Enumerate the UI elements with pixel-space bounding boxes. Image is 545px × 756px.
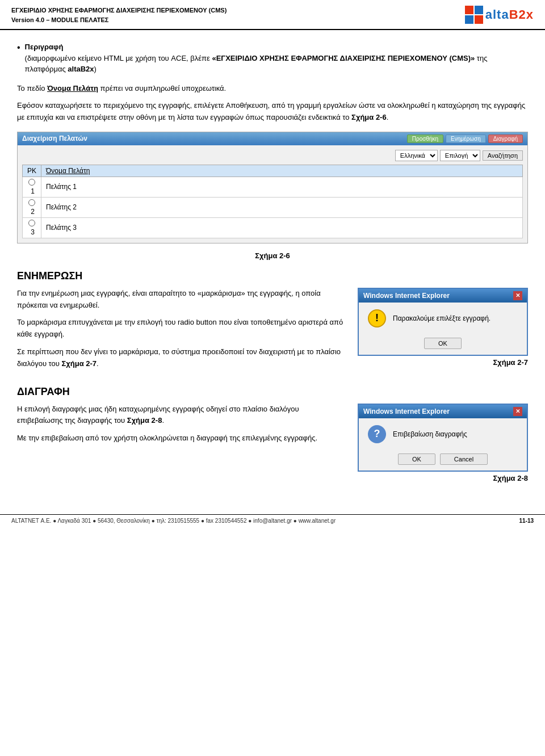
logo-box: altaB2x (465, 6, 534, 24)
para1-bold: Όνομα Πελάτη (47, 84, 98, 93)
radio-button[interactable] (28, 179, 35, 186)
footer-left: ALTATNET Α.Ε. ● Λαγκαδά 301 ● 56430, Θεσ… (11, 518, 336, 524)
cell-radio[interactable]: 3 (23, 217, 41, 238)
para1-end: πρέπει να συμπληρωθεί υποχρεωτικά. (98, 84, 226, 93)
diagrafi-para1: Η επιλογή διαγραφής μιας ήδη καταχωρημέν… (17, 404, 346, 427)
main-content: • Περιγραφή (διαμορφωμένο κείμενο HTML μ… (0, 30, 545, 503)
enimerwsi-para2: Το μαρκάρισμα επιτυγχάνεται με την επιλο… (17, 317, 346, 341)
section-diagrafi: ΔΙΑΓΡΑΦΗ (17, 386, 528, 398)
diagrafi-dialog-area: Windows Internet Explorer ✕ ? Επιβεβαίωσ… (358, 404, 528, 482)
warning-icon: ! (368, 309, 386, 327)
dialog-confirm-titlebar: Windows Internet Explorer ✕ (359, 405, 527, 418)
table-body: 1 Πελάτης 1 2 Πελάτης 2 3 Πελάτης 3 (23, 177, 523, 238)
table-header-row: ΡΚ Όνομα Πελάτη (23, 165, 523, 177)
enimerwsi-para3: Σε περίπτωση που δεν γίνει το μαρκάρισμα… (17, 346, 346, 370)
dialog-warn-footer: OK (359, 334, 527, 355)
logo-squares (465, 6, 483, 24)
table-row: 2 Πελάτης 2 (23, 197, 523, 217)
col-header-name: Όνομα Πελάτη (41, 165, 523, 177)
table-row: 1 Πελάτης 1 (23, 177, 523, 197)
diagrafi-para2: Με την επιβεβαίωση από τον χρήστη ολοκλη… (17, 432, 346, 444)
radio-button[interactable] (28, 220, 35, 226)
logo-sq3 (465, 15, 473, 24)
dialog-confirm-footer: OK Cancel (359, 450, 527, 471)
screenshot-title: Διαχείριση Πελατών (22, 135, 87, 142)
bullet-label: Περιγραφή (25, 43, 64, 51)
bullet-dot: • (17, 41, 20, 54)
dialog-warn-close[interactable]: ✕ (513, 291, 522, 300)
section-enimerwsi: ΕΝΗΜΕΡΩΣΗ (17, 270, 528, 282)
col-header-name-text: Όνομα Πελάτη (46, 167, 90, 175)
dialog-confirm-title: Windows Internet Explorer (363, 408, 450, 415)
enimerwsi-dialog-area: Windows Internet Explorer ✕ ! Παρακαλούμ… (358, 288, 528, 376)
dialog-confirm-cancel[interactable]: Cancel (440, 453, 488, 465)
para1-prefix: Το πεδίο (17, 84, 47, 93)
paragraph-1: Το πεδίο Όνομα Πελάτη πρέπει να συμπληρω… (17, 83, 528, 95)
figure1-caption: Σχήμα 2-6 (17, 251, 528, 260)
edit-button[interactable]: Ενημέρωση (446, 135, 486, 143)
logo-sq2 (475, 6, 483, 14)
enimerwsi-para1: Για την ενημέρωση μιας εγγραφής, είναι α… (17, 288, 346, 312)
dialog-warn: Windows Internet Explorer ✕ ! Παρακαλούμ… (358, 288, 528, 356)
bullet-text-end: ) (94, 65, 97, 73)
cell-name: Πελάτης 2 (41, 197, 523, 217)
footer-page-number: 11-13 (519, 518, 534, 524)
bullet-text-prefix: (διαμορφωμένο κείμενο HTML με χρήση του … (25, 54, 212, 62)
dialog-warn-body: ! Παρακαλούμε επιλέξτε εγγραφή. (359, 303, 527, 334)
enimerwsi-text: Για την ενημέρωση μιας εγγραφής, είναι α… (17, 288, 346, 376)
logo-alta: alta (485, 7, 509, 22)
header-text: ΕΓΧΕΙΡΙΔΙΟ ΧΡΗΣΗΣ ΕΦΑΡΜΟΓΗΣ ΔΙΑΧΕΙΡΙΣΗΣ … (11, 6, 227, 24)
question-icon: ? (368, 425, 386, 443)
dialog-warn-message: Παρακαλούμε επιλέξτε εγγραφή. (393, 314, 491, 322)
dialog-confirm: Windows Internet Explorer ✕ ? Επιβεβαίωσ… (358, 404, 528, 472)
table-screenshot: Διαχείριση Πελατών Προσθήκη Ενημέρωση Δι… (17, 132, 528, 243)
search-button[interactable]: Αναζήτηση (483, 150, 523, 161)
bullet-bold2: altaB2x (68, 65, 94, 73)
diagrafi-text: Η επιλογή διαγραφής μιας ήδη καταχωρημέν… (17, 404, 346, 482)
col-header-rk: ΡΚ (23, 165, 41, 177)
diagrafi-para1-end: . (162, 416, 164, 425)
titlebar-buttons[interactable]: Προσθήκη Ενημέρωση Διαγραφή (407, 135, 523, 143)
radio-button[interactable] (28, 199, 35, 206)
screenshot-body: Ελληνικά Επιλογή Αναζήτηση ΡΚ Όνομα Πελά… (18, 145, 527, 243)
table-row: 3 Πελάτης 3 (23, 217, 523, 238)
dialog-confirm-body: ? Επιβεβαίωση διαγραφής (359, 418, 527, 450)
dialog-confirm-ok[interactable]: OK (398, 453, 435, 465)
data-table: ΡΚ Όνομα Πελάτη 1 Πελάτης 1 2 Πελάτης 2 (22, 165, 523, 238)
screenshot-titlebar: Διαχείριση Πελατών Προσθήκη Ενημέρωση Δι… (18, 132, 527, 145)
bullet-content: Περιγραφή (διαμορφωμένο κείμενο HTML με … (25, 41, 528, 75)
logo-area: altaB2x (465, 6, 534, 24)
dialog-confirm-message: Επιβεβαίωση διαγραφής (393, 430, 467, 438)
logo-sq1 (465, 6, 473, 14)
bullet-item-perigrafi: • Περιγραφή (διαμορφωμένο κείμενο HTML μ… (17, 41, 528, 75)
para2-text: Εφόσον καταχωρήσετε το περιεχόμενο της ε… (17, 101, 525, 121)
delete-button[interactable]: Διαγραφή (488, 135, 523, 143)
language-select[interactable]: Ελληνικά (395, 150, 438, 161)
logo-b2x: B2x (509, 7, 534, 22)
logo-sq4 (475, 15, 483, 24)
header-title-line1: ΕΓΧΕΙΡΙΔΙΟ ΧΡΗΣΗΣ ΕΦΑΡΜΟΓΗΣ ΔΙΑΧΕΙΡΙΣΗΣ … (11, 6, 227, 15)
diagrafi-layout: Η επιλογή διαγραφής μιας ήδη καταχωρημέν… (17, 404, 528, 482)
cell-radio[interactable]: 1 (23, 177, 41, 197)
bullet-section: • Περιγραφή (διαμορφωμένο κείμενο HTML μ… (17, 41, 528, 75)
bullet-bold1: «ΕΓΧΕΙΡΙΔΙΟ ΧΡΗΣΗΣ ΕΦΑΡΜΟΓΗΣ ΔΙΑΧΕΙΡΙΣΗΣ… (212, 54, 475, 62)
enimerwsi-para3-end: . (97, 359, 99, 368)
page-header: ΕΓΧΕΙΡΙΔΙΟ ΧΡΗΣΗΣ ΕΦΑΡΜΟΓΗΣ ΔΙΑΧΕΙΡΙΣΗΣ … (0, 0, 545, 30)
page-footer: ALTATNET Α.Ε. ● Λαγκαδά 301 ● 56430, Θεσ… (0, 514, 545, 527)
dialog-warn-titlebar: Windows Internet Explorer ✕ (359, 289, 527, 303)
para2-bold: Σχήμα 2-6 (351, 113, 387, 121)
figure2-caption: Σχήμα 2-7 (358, 358, 528, 367)
enimerwsi-layout: Για την ενημέρωση μιας εγγραφής, είναι α… (17, 288, 528, 376)
add-button[interactable]: Προσθήκη (407, 135, 443, 143)
filter-select[interactable]: Επιλογή (440, 150, 480, 161)
enimerwsi-para3-bold: Σχήμα 2-7 (62, 359, 97, 368)
dialog-confirm-close[interactable]: ✕ (513, 407, 522, 416)
dialog-warn-ok[interactable]: OK (424, 338, 462, 349)
search-bar: Ελληνικά Επιλογή Αναζήτηση (22, 150, 523, 161)
cell-radio[interactable]: 2 (23, 197, 41, 217)
para2-end: . (387, 113, 389, 121)
logo-text: altaB2x (485, 7, 534, 22)
cell-name: Πελάτης 3 (41, 217, 523, 238)
dialog-warn-title: Windows Internet Explorer (363, 292, 450, 300)
diagrafi-para1-bold: Σχήμα 2-8 (127, 416, 162, 425)
